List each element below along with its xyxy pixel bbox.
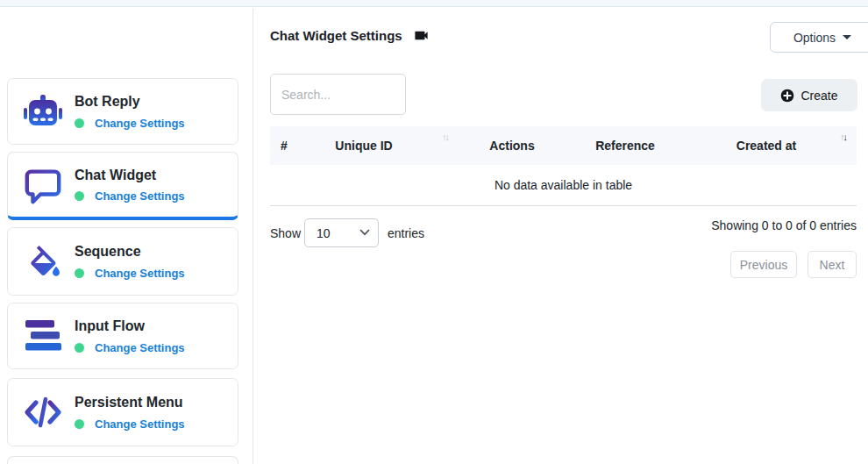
create-button[interactable]: Create	[761, 79, 857, 111]
sidebar-item-bot-reply[interactable]: Bot Reply Change Settings	[7, 78, 238, 145]
entries-summary: Showing 0 to 0 of 0 entries	[711, 218, 857, 232]
column-header-created-at[interactable]: Created at	[736, 126, 796, 165]
sidebar-item-sequence[interactable]: Sequence Change Settings	[7, 227, 238, 296]
column-header-index: #	[281, 126, 288, 165]
data-table: # Unique ID ↑↓ Actions Reference Created…	[270, 126, 857, 206]
sidebar-item-persistent-menu[interactable]: Persistent Menu Change Settings	[7, 378, 238, 446]
paint-bucket-icon	[22, 240, 64, 282]
robot-icon	[22, 90, 64, 132]
sidebar-item-chat-widget[interactable]: Chat Widget Change Settings	[7, 152, 238, 220]
main-panel: Chat Widget Settings Options Create # Un…	[254, 8, 868, 464]
code-icon	[22, 391, 64, 433]
options-button-label: Options	[793, 31, 836, 45]
table-header: # Unique ID ↑↓ Actions Reference Created…	[270, 126, 857, 165]
status-dot	[75, 268, 84, 278]
create-button-label: Create	[800, 89, 837, 103]
sort-icon[interactable]: ↑↓	[840, 131, 846, 143]
column-header-reference: Reference	[595, 126, 655, 165]
sidebar-item-partial[interactable]	[7, 456, 238, 464]
video-camera-icon	[413, 27, 430, 44]
change-settings-link[interactable]: Change Settings	[95, 267, 185, 280]
status-dot	[75, 118, 84, 128]
search-input[interactable]	[270, 74, 406, 115]
next-button[interactable]: Next	[808, 251, 857, 278]
chat-bubble-icon	[22, 164, 64, 206]
previous-button[interactable]: Previous	[730, 251, 797, 278]
status-dot	[75, 343, 84, 353]
plus-circle-icon	[780, 89, 794, 103]
sidebar-item-label: Sequence	[75, 243, 185, 260]
table-empty-message: No data available in table	[270, 165, 857, 206]
sidebar-item-label: Bot Reply	[75, 93, 185, 110]
change-settings-link[interactable]: Change Settings	[95, 341, 185, 354]
page-size-select[interactable]: 10	[304, 218, 379, 247]
sidebar-item-label: Input Flow	[75, 318, 185, 334]
caret-down-icon	[843, 35, 851, 39]
change-settings-link[interactable]: Change Settings	[95, 189, 185, 203]
show-label: Show	[270, 226, 301, 240]
sidebar-item-label: Chat Widget	[75, 167, 185, 183]
change-settings-link[interactable]: Change Settings	[95, 418, 185, 431]
column-header-actions: Actions	[489, 126, 534, 165]
options-button[interactable]: Options	[770, 22, 868, 53]
change-settings-link[interactable]: Change Settings	[95, 117, 185, 130]
top-strip	[0, 0, 868, 7]
sidebar-item-label: Persistent Menu	[75, 394, 185, 410]
bars-icon	[22, 315, 64, 357]
page-title: Chat Widget Settings	[270, 28, 402, 43]
status-dot	[75, 191, 84, 201]
sidebar: Bot Reply Change Settings Chat Widget Ch…	[0, 8, 253, 464]
entries-label: entries	[388, 226, 424, 240]
sort-icon[interactable]: ↑↓	[442, 131, 448, 143]
column-header-unique-id[interactable]: Unique ID	[335, 126, 392, 165]
sidebar-item-input-flow[interactable]: Input Flow Change Settings	[7, 303, 238, 369]
status-dot	[75, 419, 84, 429]
